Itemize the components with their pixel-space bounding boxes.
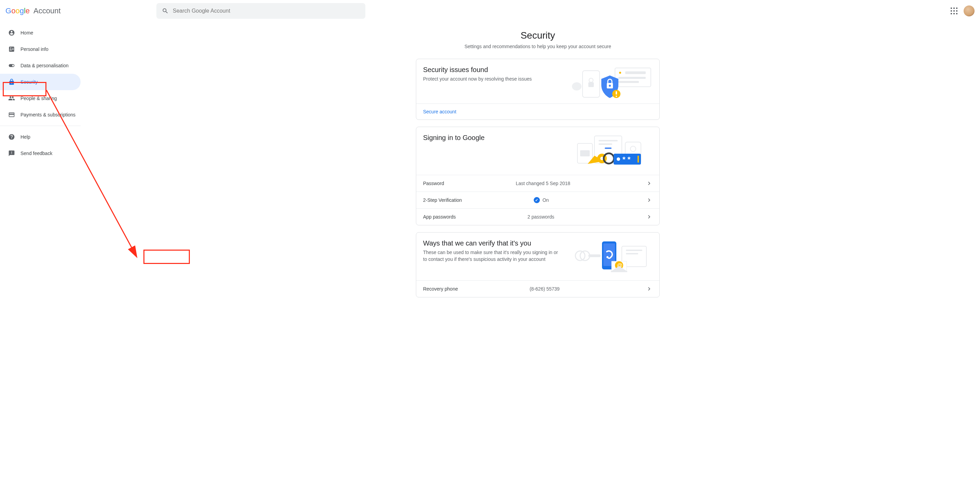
svg-text:* *: * * (622, 155, 631, 164)
lock-icon (8, 78, 15, 85)
card-desc: Protect your account now by resolving th… (423, 76, 532, 83)
sidebar-item-label: Payments & subscriptions (21, 112, 75, 118)
chevron-right-icon (646, 180, 652, 187)
svg-point-38 (606, 256, 608, 258)
svg-rect-29 (638, 156, 639, 162)
sidebar-item-home[interactable]: Home (0, 25, 81, 41)
account-circle-icon (8, 29, 15, 36)
account-avatar[interactable] (964, 5, 975, 16)
signing-in-illustration: * * (571, 134, 652, 168)
sidebar-item-security[interactable]: Security (0, 74, 81, 90)
app-header: Google Account (0, 0, 980, 22)
svg-rect-17 (598, 143, 612, 145)
sidebar-item-label: Home (21, 30, 33, 35)
row-value-text: On (542, 197, 549, 203)
svg-rect-20 (580, 150, 590, 156)
card-desc: These can be used to make sure that it's… (423, 249, 560, 262)
card-title: Signing in to Google (423, 134, 485, 142)
sidebar-item-personal-info[interactable]: Personal info (0, 41, 81, 57)
svg-text:Google: Google (5, 7, 30, 15)
sidebar-item-label: Personal info (21, 46, 48, 52)
sidebar-nav: Home Personal info Data & personalisatio… (0, 22, 95, 318)
chevron-right-icon (646, 213, 652, 220)
page-subtitle: Settings and recommendations to help you… (465, 44, 611, 49)
svg-point-11 (609, 85, 611, 87)
row-2-step-verification[interactable]: 2-Step Verification On (416, 192, 659, 208)
check-badge-icon (534, 197, 540, 203)
sidebar-item-label: Help (21, 134, 30, 140)
id-card-icon (8, 46, 15, 52)
svg-rect-34 (626, 250, 642, 251)
sidebar-item-people-sharing[interactable]: People & sharing (0, 90, 81, 107)
row-app-passwords[interactable]: App passwords 2 passwords (416, 208, 659, 225)
row-value: (8-626) 55739 (530, 286, 646, 292)
help-icon (8, 134, 15, 140)
search-box[interactable] (156, 3, 365, 19)
apps-grid-icon[interactable] (950, 7, 958, 15)
svg-rect-4 (618, 77, 646, 79)
sidebar-item-payments[interactable]: Payments & subscriptions (0, 107, 81, 123)
row-value: On (534, 197, 646, 203)
card-security-issues: Security issues found Protect your accou… (416, 59, 660, 120)
sidebar-item-label: Data & personalisation (21, 63, 68, 68)
row-label: 2-Step Verification (423, 197, 462, 203)
toggle-icon (8, 62, 15, 69)
chevron-right-icon (646, 285, 652, 292)
card-title: Security issues found (423, 66, 532, 74)
svg-rect-35 (626, 253, 638, 254)
google-logo-icon: Google (5, 7, 31, 15)
svg-rect-8 (588, 82, 594, 87)
row-password[interactable]: Password Last changed 5 Sep 2018 (416, 175, 659, 192)
sidebar-item-label: People & sharing (21, 95, 57, 101)
secure-account-link[interactable]: Secure account (423, 109, 456, 114)
card-verify-its-you: Ways that we can verify that it's you Th… (416, 232, 660, 297)
row-value: 2 passwords (528, 214, 646, 219)
svg-rect-32 (588, 254, 601, 257)
security-issues-illustration (571, 66, 652, 100)
sidebar-item-help[interactable]: Help (0, 129, 81, 145)
row-label: App passwords (423, 214, 456, 219)
sidebar-item-label: Security (21, 79, 38, 85)
sidebar-item-feedback[interactable]: Send feedback (0, 145, 81, 162)
svg-rect-18 (605, 148, 612, 149)
search-input[interactable] (173, 8, 360, 14)
svg-rect-13 (616, 91, 617, 95)
logo-area[interactable]: Google Account (5, 6, 61, 15)
card-signing-in: Signing in to Google (416, 127, 660, 225)
sidebar-item-label: Send feedback (21, 151, 52, 156)
svg-point-27 (617, 157, 620, 161)
product-name: Account (33, 6, 61, 15)
sidebar-divider (0, 126, 81, 126)
feedback-icon (8, 150, 15, 157)
main-content: Security Settings and recommendations to… (95, 22, 980, 318)
row-label: Password (423, 181, 444, 186)
svg-point-9 (572, 82, 582, 91)
card-title: Ways that we can verify that it's you (423, 239, 560, 247)
verify-illustration: @ (571, 239, 652, 273)
svg-point-2 (619, 72, 621, 74)
svg-rect-16 (598, 140, 618, 142)
page-title: Security (520, 30, 555, 41)
chevron-right-icon (646, 197, 652, 204)
row-label: Recovery phone (423, 286, 458, 292)
svg-point-14 (616, 95, 617, 97)
sidebar-item-data-personalisation[interactable]: Data & personalisation (0, 57, 81, 74)
people-icon (8, 95, 15, 102)
row-value: Last changed 5 Sep 2018 (515, 181, 646, 186)
row-recovery-phone[interactable]: Recovery phone (8-626) 55739 (416, 280, 659, 297)
svg-rect-3 (625, 72, 646, 74)
svg-rect-5 (618, 81, 639, 83)
credit-card-icon (8, 111, 15, 118)
search-icon (162, 8, 169, 14)
